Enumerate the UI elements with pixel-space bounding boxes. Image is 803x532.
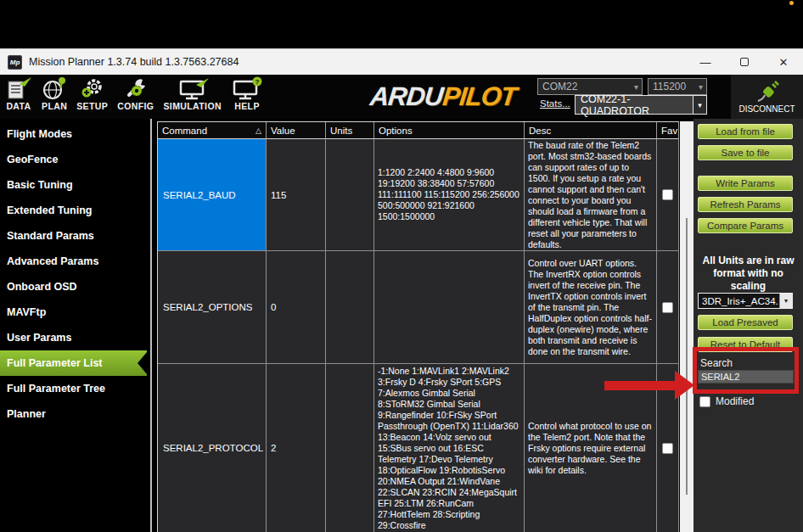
nav-help[interactable]: ? HELP (231, 76, 263, 111)
annotation-arrow-head (675, 371, 694, 400)
nav-data[interactable]: DATA (5, 76, 32, 111)
param-desc-cell: The baud rate of the Telem2 port. Most s… (525, 139, 657, 251)
simulation-icon (176, 76, 210, 100)
chevron-down-icon: ▾ (693, 96, 706, 114)
minimize-button[interactable]: — (686, 49, 725, 76)
plug-icon (755, 81, 780, 103)
close-button[interactable]: ✕ (764, 49, 803, 76)
config-icon (122, 76, 149, 100)
maximize-icon (740, 58, 749, 66)
annotation-arrow (604, 381, 675, 390)
table-header-row: Command △ Value Units Options Desc Fav (158, 122, 679, 139)
fav-checkbox[interactable] (662, 443, 673, 454)
table-row: SERIAL2_OPTIONS 0 Control over UART opti… (158, 251, 679, 364)
table-scrollbar[interactable] (680, 121, 694, 532)
sidebar-item-geofence[interactable]: GeoFence (0, 147, 147, 172)
sidebar-item-standard-params[interactable]: Standard Params (0, 223, 147, 249)
sidebar: Flight Modes GeoFence Basic Tuning Exten… (0, 119, 147, 532)
param-options-cell (374, 251, 525, 364)
chevron-down-icon: ▾ (779, 294, 792, 308)
maximize-button[interactable] (725, 49, 764, 76)
main-toolbar: DATA PLAN SETUP (0, 75, 803, 119)
param-value-cell[interactable]: 0 (267, 251, 326, 364)
nav-simulation[interactable]: SIMULATION (163, 76, 222, 111)
fav-checkbox[interactable] (662, 302, 673, 313)
app-icon: Mp (8, 55, 22, 70)
raw-units-note: All Units are in raw format with no scal… (694, 255, 803, 293)
sidebar-divider (150, 119, 152, 532)
nav-setup[interactable]: SETUP (76, 76, 108, 111)
column-header-options[interactable]: Options (374, 122, 525, 139)
sidebar-item-full-parameter-tree[interactable]: Full Parameter Tree (0, 376, 147, 401)
scrollbar-thumb[interactable] (686, 218, 688, 495)
sidebar-item-full-parameter-list[interactable]: Full Parameter List (0, 350, 147, 376)
table-row: SERIAL2_BAUD 115 1:1200 2:2400 4:4800 9:… (158, 139, 679, 251)
sidebar-item-extended-tuning[interactable]: Extended Tuning (0, 198, 147, 223)
param-units-cell (326, 139, 374, 251)
ardupilot-logo: ARDUPILOT (368, 81, 518, 112)
param-fav-cell[interactable] (657, 251, 679, 364)
parameter-table: Command △ Value Units Options Desc Fav S… (157, 121, 679, 532)
search-input[interactable] (698, 370, 794, 384)
reset-to-default-button[interactable]: Reset to Default (698, 337, 793, 352)
nav-config[interactable]: CONFIG (117, 76, 154, 111)
plan-icon (42, 76, 67, 100)
disconnect-button[interactable]: DISCONNECT (731, 75, 803, 119)
search-label: Search (700, 357, 733, 369)
sidebar-item-basic-tuning[interactable]: Basic Tuning (0, 172, 147, 198)
param-desc-cell: Control over UART options. The InvertRX … (525, 251, 657, 364)
param-units-cell (326, 251, 374, 364)
param-options-cell: 1:1200 2:2400 4:4800 9:9600 19:19200 38:… (374, 139, 525, 251)
param-value-cell[interactable]: 2 (267, 364, 326, 532)
param-name-cell-selected[interactable]: SERIAL2_BAUD (158, 139, 267, 251)
nav-plan[interactable]: PLAN (42, 76, 67, 111)
sidebar-item-mavftp[interactable]: MAVFtp (0, 300, 147, 325)
sidebar-item-planner[interactable]: Planner (0, 401, 147, 427)
params-side-panel: Load from file Save to file Write Params… (694, 119, 803, 532)
refresh-params-button[interactable]: Refresh Params (698, 197, 793, 212)
write-params-button[interactable]: Write Params (698, 176, 793, 191)
column-header-desc[interactable]: Desc (525, 122, 657, 139)
param-name-cell[interactable]: SERIAL2_OPTIONS (158, 251, 267, 364)
notification-dot (789, 1, 794, 5)
vehicle-dropdown[interactable]: COM22-1-QUADROTOR ▾ (575, 95, 707, 115)
sidebar-item-user-params[interactable]: User Params (0, 325, 147, 350)
fav-checkbox[interactable] (662, 189, 673, 200)
sidebar-item-flight-modes[interactable]: Flight Modes (0, 121, 147, 147)
window-title: Mission Planner 1.3.74 build 1.3.7563.27… (29, 56, 239, 68)
data-icon (5, 76, 32, 100)
param-options-cell: -1:None 1:MAVLink1 2:MAVLink2 3:Frsky D … (374, 364, 525, 532)
column-header-command[interactable]: Command △ (158, 122, 267, 139)
help-icon: ? (231, 76, 263, 100)
param-units-cell (326, 364, 374, 532)
param-value-cell[interactable]: 115 (267, 139, 326, 251)
table-row: SERIAL2_PROTOCOL 2 -1:None 1:MAVLink1 2:… (158, 364, 679, 532)
load-presaved-button[interactable]: Load Presaved (698, 315, 793, 330)
column-header-units[interactable]: Units (326, 122, 374, 139)
nav-menu: DATA PLAN SETUP (5, 76, 263, 111)
param-name-cell[interactable]: SERIAL2_PROTOCOL (158, 364, 267, 532)
top-black-strip (0, 0, 803, 48)
chevron-down-icon: ▾ (699, 82, 706, 92)
save-to-file-button[interactable]: Save to file (698, 145, 793, 160)
preset-params-dropdown[interactable]: 3DR_Iris+_AC34. ▾ (698, 293, 793, 309)
column-header-value[interactable]: Value (267, 122, 326, 139)
modified-checkbox[interactable] (699, 396, 710, 407)
svg-text:?: ? (256, 78, 260, 86)
window-titlebar: Mp Mission Planner 1.3.74 build 1.3.7563… (0, 48, 803, 75)
column-header-fav[interactable]: Fav (657, 122, 679, 139)
sidebar-item-advanced-params[interactable]: Advanced Params (0, 249, 147, 274)
stats-link[interactable]: Stats... (540, 98, 570, 109)
param-fav-cell[interactable] (657, 139, 679, 251)
chevron-down-icon: ▾ (634, 82, 642, 92)
compare-params-button[interactable]: Compare Params (698, 218, 793, 233)
sidebar-item-onboard-osd[interactable]: Onboard OSD (0, 274, 147, 300)
modified-label: Modified (716, 395, 754, 407)
modified-filter[interactable]: Modified (699, 395, 754, 407)
setup-icon (79, 76, 106, 100)
sort-asc-icon: △ (256, 126, 261, 135)
load-from-file-button[interactable]: Load from file (698, 124, 793, 139)
